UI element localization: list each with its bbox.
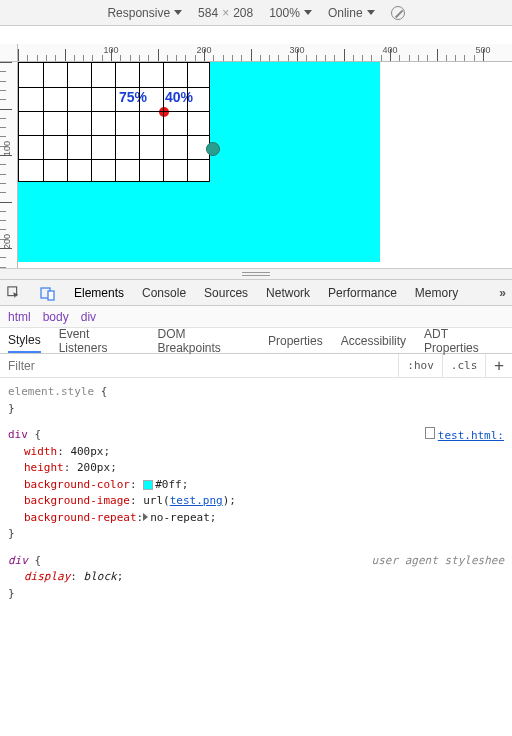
- css-declaration[interactable]: width: 400px;: [8, 444, 504, 461]
- chevron-down-icon: [174, 10, 182, 15]
- selector: div: [8, 554, 28, 567]
- tab-network[interactable]: Network: [266, 286, 310, 300]
- viewport: 100200300400500 100200 75% 40%: [0, 26, 512, 268]
- styles-filter-row: :hov .cls +: [0, 354, 512, 378]
- grip-icon: [242, 272, 270, 276]
- tab-performance[interactable]: Performance: [328, 286, 397, 300]
- css-declaration[interactable]: height: 200px;: [8, 460, 504, 477]
- subtab-adt-properties[interactable]: ADT Properties: [424, 327, 504, 355]
- tab-memory[interactable]: Memory: [415, 286, 458, 300]
- dimensions: 584 × 208: [198, 6, 253, 20]
- zoom-label: 100%: [269, 6, 300, 20]
- source-link[interactable]: test.html:: [425, 427, 504, 445]
- chevron-down-icon: [304, 10, 312, 15]
- user-agent-rule: user agent styleshee div { display: bloc…: [8, 553, 504, 603]
- ruler-horizontal[interactable]: 100200300400500: [18, 44, 512, 62]
- css-declaration[interactable]: background-color: #0ff;: [8, 477, 504, 494]
- ruler-vertical[interactable]: 100200: [0, 62, 18, 268]
- subtab-event-listeners[interactable]: Event Listeners: [59, 327, 140, 355]
- cls-toggle[interactable]: .cls: [442, 354, 486, 377]
- zoom-dropdown[interactable]: 100%: [269, 6, 312, 20]
- css-declaration[interactable]: background-image: url(test.png);: [8, 493, 504, 510]
- css-declaration: display: block;: [8, 569, 504, 586]
- styles-pane: element.style { } test.html: div { width…: [0, 378, 512, 618]
- position-marker-icon[interactable]: [206, 142, 220, 156]
- breadcrumb-div[interactable]: div: [81, 310, 96, 324]
- color-swatch-icon[interactable]: [143, 480, 153, 490]
- height-input[interactable]: 208: [233, 6, 253, 20]
- element-style-rule[interactable]: element.style { }: [8, 384, 504, 417]
- device-toolbar: Responsive 584 × 208 100% Online: [0, 0, 512, 26]
- bg-position-y-label: 40%: [165, 89, 193, 105]
- subtab-properties[interactable]: Properties: [268, 334, 323, 348]
- throttle-dropdown[interactable]: Online: [328, 6, 375, 20]
- width-input[interactable]: 584: [198, 6, 218, 20]
- dim-separator: ×: [222, 6, 229, 20]
- file-icon: [425, 427, 435, 439]
- toggle-device-button[interactable]: [40, 285, 56, 301]
- css-rule-div[interactable]: test.html: div { width: 400px; height: 2…: [8, 427, 504, 543]
- subtab-styles[interactable]: Styles: [8, 333, 41, 353]
- chevron-down-icon: [367, 10, 375, 15]
- svg-rect-2: [48, 291, 54, 300]
- dom-breadcrumb: html body div: [0, 306, 512, 328]
- bg-position-x-label: 75%: [119, 89, 147, 105]
- tab-console[interactable]: Console: [142, 286, 186, 300]
- hov-toggle[interactable]: :hov: [398, 354, 442, 377]
- target-div-element[interactable]: 75% 40%: [18, 62, 380, 262]
- device-mode-label: Responsive: [107, 6, 170, 20]
- rendered-page[interactable]: 75% 40%: [18, 62, 512, 268]
- breadcrumb-html[interactable]: html: [8, 310, 31, 324]
- background-image-grid: 75% 40%: [18, 62, 210, 182]
- devtools-main-tabs: Elements Console Sources Network Perform…: [0, 280, 512, 306]
- inspect-element-button[interactable]: [6, 285, 22, 301]
- device-mode-dropdown[interactable]: Responsive: [107, 6, 182, 20]
- expand-shorthand-icon[interactable]: [143, 513, 148, 521]
- ua-stylesheet-label: user agent styleshee: [372, 553, 504, 570]
- rotate-button[interactable]: [391, 6, 405, 20]
- ruler-corner: [0, 44, 18, 62]
- tab-sources[interactable]: Sources: [204, 286, 248, 300]
- selector: div: [8, 428, 28, 441]
- rotate-icon: [391, 6, 405, 20]
- url-link[interactable]: test.png: [170, 494, 223, 507]
- subtab-accessibility[interactable]: Accessibility: [341, 334, 406, 348]
- panel-resize-handle[interactable]: [0, 268, 512, 280]
- css-declaration[interactable]: background-repeat:no-repeat;: [8, 510, 504, 527]
- more-tabs-button[interactable]: »: [499, 286, 506, 300]
- new-style-rule-button[interactable]: +: [485, 354, 512, 377]
- tab-elements[interactable]: Elements: [74, 286, 124, 300]
- throttle-label: Online: [328, 6, 363, 20]
- styles-filter-input[interactable]: [0, 354, 398, 377]
- selector: element.style: [8, 385, 94, 398]
- breadcrumb-body[interactable]: body: [43, 310, 69, 324]
- origin-marker-icon: [159, 107, 169, 117]
- sidebar-tabs: Styles Event Listeners DOM Breakpoints P…: [0, 328, 512, 354]
- subtab-dom-breakpoints[interactable]: DOM Breakpoints: [158, 327, 251, 355]
